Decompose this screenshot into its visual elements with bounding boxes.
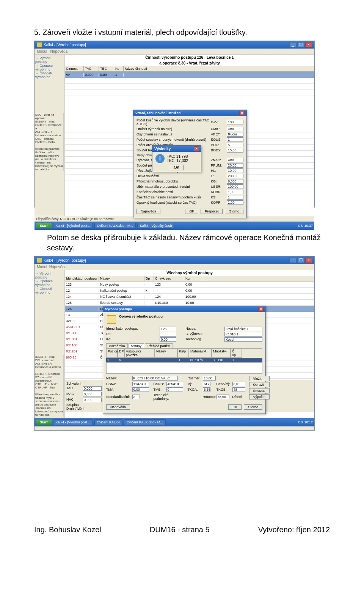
task-item[interactable]: Cvičení KALK.doc - M... [94, 223, 136, 229]
select[interactable]: Ano [227, 158, 243, 162]
lbl: TKGB: [217, 388, 230, 392]
input[interactable]: 2 [132, 395, 140, 399]
btn-napoveda[interactable]: Nápověda [106, 404, 130, 410]
input[interactable]: 0 [166, 387, 183, 392]
input[interactable]: 1 [227, 195, 243, 200]
btn-napoveda[interactable]: Nápověda [136, 209, 160, 214]
key: POC: [211, 143, 225, 147]
input[interactable] [160, 332, 176, 337]
maximize-icon[interactable]: ❐ [297, 258, 304, 263]
tree-vyrobni[interactable]: Výrobní postupy [35, 272, 64, 279]
btn-vypocet[interactable]: Výpočet [249, 394, 270, 399]
btn-prepocet[interactable]: Přepočet [201, 209, 223, 214]
input[interactable]: KG [203, 382, 210, 386]
menu-help[interactable]: Nápověda [50, 49, 68, 53]
input[interactable]: 126 [160, 327, 176, 331]
tree-operace[interactable]: Operace výrobního [35, 279, 64, 287]
input[interactable]: 15,00 [227, 148, 243, 153]
lbl: Čas TAC se násobí zadaným počtem kusů [136, 195, 209, 199]
input[interactable]: 20,00 [227, 163, 243, 168]
task-item[interactable]: Kalk4 - Výpočty časů [137, 223, 174, 229]
minimize-icon[interactable]: _ [289, 258, 296, 263]
task-item[interactable]: Cvičení KALK.doc - M... [124, 419, 166, 425]
input[interactable]: K1010:1 [224, 332, 262, 337]
lbl: TBC: [167, 159, 176, 163]
grid-row[interactable]: 123Nový postup1230,00 [65, 281, 314, 288]
start-button[interactable]: Start [36, 420, 52, 425]
btn-storno[interactable]: Storno [225, 209, 243, 214]
lbl: Skupina [66, 403, 102, 407]
input[interactable]: 100,00 [227, 184, 243, 189]
grid-row[interactable]: 12Kalkulační postupk0,00 [65, 288, 314, 294]
input[interactable]: 10,00 [227, 168, 243, 173]
input[interactable]: 78,50 [217, 395, 229, 399]
tree-cinnosti[interactable]: Činnosti výrobního [35, 287, 64, 294]
task-item[interactable]: Kalk4 - [Výrobní post... [53, 419, 93, 425]
input[interactable]: 0,00 [160, 337, 176, 342]
task-item[interactable]: Cvičení KALK4 [94, 419, 123, 425]
help-line: CTRL+P - Tisk [35, 386, 63, 389]
input[interactable]: 10,00 [203, 376, 216, 381]
input[interactable]: 0,00 [132, 387, 149, 392]
lbl: TMA: [106, 388, 130, 392]
input[interactable]: Kozel [224, 337, 262, 342]
list-row[interactable]: 1 M 1 PL 10 /A 3,6110 0 [106, 358, 262, 362]
minimize-icon[interactable]: _ [289, 42, 296, 47]
menu-modul[interactable]: Modul [37, 49, 47, 53]
grid-row[interactable]: VA 0,000 0,00 1 [65, 72, 314, 78]
input[interactable]: 200,00 [227, 174, 243, 178]
input[interactable]: 100 [227, 120, 243, 124]
grid-row[interactable]: 125čep do sestavyK1010:010,00 [65, 300, 314, 306]
close-icon[interactable]: × [239, 111, 245, 115]
tree-1: Výrobní postupy Operace výrobního Činnos… [35, 55, 65, 216]
input[interactable]: 425310 [166, 382, 183, 386]
menubar-1: Modul Nápověda [35, 49, 314, 55]
dialog-oprava: Výrobní postupy × Oprava výrobního postu… [103, 306, 266, 414]
btn-ok[interactable]: OK [170, 165, 184, 170]
input[interactable]: 11373.0 [132, 382, 149, 386]
select[interactable]: Ruční [227, 132, 243, 137]
val: 17,002 [177, 159, 188, 163]
key: DAV: [211, 120, 225, 124]
btn-opravit[interactable]: Opravit [249, 382, 270, 387]
btn-ok[interactable]: OK [228, 404, 242, 410]
cell: 125 [65, 301, 99, 305]
tab-poznamka[interactable]: Poznámka [106, 343, 128, 348]
select[interactable]: Ano [227, 127, 243, 131]
input[interactable]: Levá bočnice 1 [224, 327, 262, 331]
input[interactable]: 8,61 [232, 382, 245, 386]
btn-ok[interactable]: OK [185, 209, 198, 214]
cell: 12 [65, 289, 99, 292]
tree-vyrobni[interactable]: Výrobní postupy [35, 56, 64, 64]
input[interactable]: 6,000 [227, 179, 243, 184]
key: SOUS: [211, 138, 225, 142]
menu-modul[interactable]: Modul [37, 265, 47, 269]
close-icon[interactable]: × [305, 42, 312, 47]
btn-storno[interactable]: Storno [244, 404, 262, 410]
tab-vstupy[interactable]: Vstupy [129, 343, 144, 348]
close-icon[interactable]: × [258, 307, 264, 311]
input[interactable]: PLECH 10,00 OC VALC [132, 376, 178, 381]
tab-prehled[interactable]: Přehled použití [145, 343, 173, 348]
tree-operace[interactable]: Operace výrobního [35, 64, 64, 71]
input[interactable]: 1,000 [227, 190, 243, 194]
close-icon[interactable]: × [194, 146, 199, 151]
input[interactable]: 6,56 [203, 387, 210, 392]
lang-indicator[interactable]: CS [298, 420, 303, 424]
btn-smazat[interactable]: Smazat [249, 388, 270, 393]
input[interactable]: 48 [232, 387, 245, 392]
input[interactable]: 5 [227, 143, 243, 147]
start-button[interactable]: Start [36, 223, 52, 228]
lang-indicator[interactable]: CS [298, 224, 303, 228]
task-item[interactable]: Kalk4 - [Výrobní post... [53, 223, 93, 229]
menu-help[interactable]: Nápověda [49, 265, 67, 269]
grid-rows-1[interactable]: VA 0,000 0,00 1 Vrtání, zahlubování, str… [65, 72, 314, 216]
cell: 1 [114, 73, 124, 77]
input[interactable]: 1,00 [227, 200, 243, 205]
grid-row[interactable]: 124NC lisovaná součást124100,00 [65, 294, 314, 300]
tree-cinnosti[interactable]: Činnosti výrobního [35, 71, 64, 79]
input[interactable]: 1 [227, 137, 243, 142]
maximize-icon[interactable]: ❐ [297, 42, 304, 47]
btn-vlozit[interactable]: Vložit [249, 376, 270, 381]
close-icon[interactable]: × [305, 258, 312, 263]
